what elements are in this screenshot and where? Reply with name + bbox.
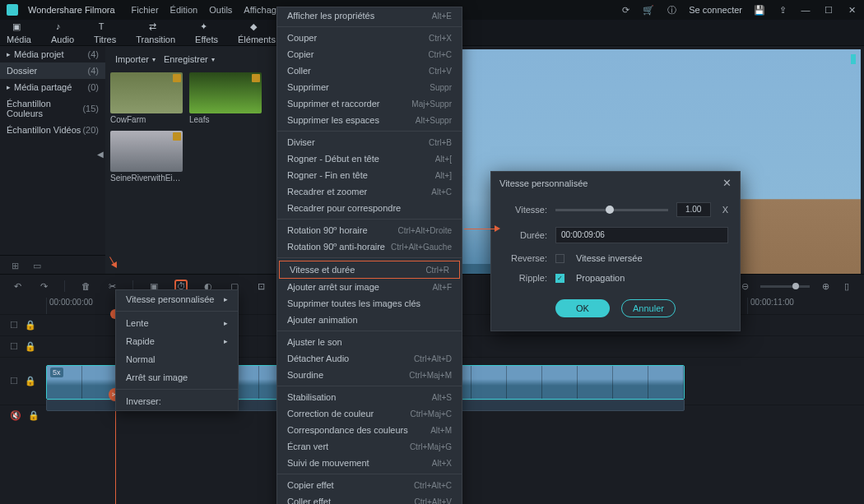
zoom-slider[interactable] bbox=[760, 285, 810, 288]
undo-button[interactable]: ↶ bbox=[12, 280, 23, 292]
audio-track-icon: ☐ bbox=[10, 341, 18, 352]
speed-x-label: X bbox=[722, 205, 728, 215]
lock-icon[interactable]: 🔒 bbox=[25, 341, 36, 352]
ripple-checkbox[interactable]: ✓ bbox=[555, 274, 564, 283]
ripple-label: Ripple: bbox=[503, 273, 547, 283]
new-folder-icon[interactable]: ⊞ bbox=[12, 261, 21, 270]
motion-button[interactable]: ⊡ bbox=[255, 280, 267, 292]
media-thumb[interactable]: CowFarm bbox=[110, 72, 183, 124]
menu-item[interactable]: Rotation 90º anti-horaireCtrl+Alt+Gauche bbox=[277, 238, 462, 255]
ok-button[interactable]: OK bbox=[555, 299, 610, 317]
menu-item[interactable]: Recadrer et zoomerAlt+C bbox=[277, 183, 462, 200]
dialog-close-icon[interactable]: ✕ bbox=[722, 177, 732, 189]
menu-item[interactable]: Correction de couleurCtrl+Maj+C bbox=[277, 405, 462, 422]
speed-menu-item[interactable]: Inverser: bbox=[116, 392, 238, 410]
cancel-button[interactable]: Annuler bbox=[621, 299, 676, 317]
menu-item: Supprimer toutes les images clés bbox=[277, 295, 462, 312]
menu-item[interactable]: Ajuster le son bbox=[277, 334, 462, 350]
menu-item[interactable]: CouperCtrl+X bbox=[277, 30, 462, 46]
menu-item[interactable]: CollerCtrl+V bbox=[277, 62, 462, 79]
info-icon[interactable]: ⓘ bbox=[666, 4, 677, 16]
context-menu: Afficher les propriétésAlt+ECouperCtrl+X… bbox=[276, 7, 462, 504]
redo-button[interactable]: ↷ bbox=[38, 280, 49, 292]
zoom-in-icon[interactable]: ⊕ bbox=[820, 280, 831, 292]
reverse-label: Reverse: bbox=[503, 253, 547, 263]
lock-icon[interactable]: 🔒 bbox=[25, 376, 36, 386]
custom-speed-dialog: Vitesse personnalisée ✕ Vitesse: 1.00 X … bbox=[490, 171, 741, 331]
project-média-partagé[interactable]: ▸Média partagé(0) bbox=[0, 79, 105, 95]
project-échantillon-couleurs[interactable]: Échantillon Couleurs(15) bbox=[0, 95, 105, 122]
app-name: Wondershare Filmora bbox=[28, 5, 115, 15]
delete-button[interactable]: 🗑 bbox=[80, 280, 91, 292]
tab-effets[interactable]: ✦Effets bbox=[195, 21, 218, 44]
menu-item[interactable]: Rogner - Début en têteAlt+[ bbox=[277, 150, 462, 167]
video-track-icon: ☐ bbox=[10, 376, 18, 386]
fit-icon[interactable]: ▯ bbox=[841, 280, 852, 292]
maximize-icon[interactable]: ☐ bbox=[823, 4, 834, 16]
minimize-icon[interactable]: — bbox=[800, 4, 811, 16]
menu-item[interactable]: Afficher les propriétésAlt+E bbox=[277, 7, 462, 24]
menu-item[interactable]: Rotation 90º horaireCtrl+Alt+Droite bbox=[277, 222, 462, 238]
tab-media[interactable]: ▣Média bbox=[7, 21, 31, 44]
ripple-text: Propagation bbox=[576, 273, 625, 283]
menu-item[interactable]: Ajouter arrêt sur imageAlt+F bbox=[277, 279, 462, 295]
menu-item[interactable]: Recadrer pour correspondre bbox=[277, 200, 462, 216]
speed-menu-item[interactable]: Vitesse personnalisée▸ bbox=[116, 290, 238, 308]
menu-item[interactable]: SupprimerSuppr bbox=[277, 79, 462, 95]
speed-menu-item[interactable]: Normal bbox=[116, 350, 238, 368]
menu-édition[interactable]: Édition bbox=[170, 5, 198, 15]
save-icon[interactable]: 💾 bbox=[754, 4, 765, 16]
tab-titres[interactable]: TTitres bbox=[94, 21, 116, 44]
menu-item[interactable]: Détacher AudioCtrl+Alt+D bbox=[277, 350, 462, 367]
mute-icon[interactable]: 🔇 bbox=[10, 410, 21, 421]
record-dropdown[interactable]: Enregistrer ▾ bbox=[164, 54, 215, 64]
annotation-arrow bbox=[464, 229, 499, 229]
lock-icon[interactable]: 🔒 bbox=[25, 320, 36, 331]
menu-item[interactable]: StabilisationAlt+S bbox=[277, 389, 462, 405]
tab-transition[interactable]: ⇄Transition bbox=[136, 21, 175, 44]
folder-icon[interactable]: ▭ bbox=[33, 261, 43, 270]
speed-menu-item[interactable]: Arrêt sur image bbox=[116, 368, 238, 386]
project-média-projet[interactable]: ▸Média projet(4) bbox=[0, 46, 105, 62]
menu-item[interactable]: Ajouter animation bbox=[277, 312, 462, 328]
menu-item[interactable]: Supprimer et raccorderMaj+Suppr bbox=[277, 95, 462, 112]
collapse-chevron-icon[interactable]: ◀ bbox=[97, 150, 104, 159]
clip-speed-tag: 5x bbox=[50, 368, 63, 377]
menu-item[interactable]: SourdineCtrl+Maj+M bbox=[277, 367, 462, 383]
signin-link[interactable]: Se connecter bbox=[689, 5, 742, 15]
reverse-checkbox[interactable] bbox=[555, 254, 564, 263]
cart-icon[interactable]: 🛒 bbox=[643, 4, 654, 16]
speed-slider[interactable] bbox=[555, 209, 668, 211]
menu-item[interactable]: CopierCtrl+C bbox=[277, 46, 462, 62]
menu-item: Supprimer les espacesAlt+Suppr bbox=[277, 112, 462, 128]
speed-label: Vitesse: bbox=[503, 205, 547, 215]
menu-item[interactable]: Rogner - Fin en têteAlt+] bbox=[277, 167, 462, 183]
menu-item[interactable]: Copier effetCtrl+Alt+C bbox=[277, 477, 462, 493]
duration-label: Durée: bbox=[503, 230, 547, 240]
tab-elements[interactable]: ◆Éléments bbox=[238, 21, 276, 44]
ruler-tick: 00:00:11:00 bbox=[747, 298, 864, 314]
menu-fichier[interactable]: Fichier bbox=[132, 5, 159, 15]
menu-item: Coller effetCtrl+Alt+V bbox=[277, 493, 462, 504]
project-dossier[interactable]: Dossier(4) bbox=[0, 62, 105, 79]
menu-item[interactable]: DiviserCtrl+B bbox=[277, 134, 462, 150]
import-dropdown[interactable]: Importer ▾ bbox=[115, 54, 156, 64]
media-thumb[interactable]: Leafs bbox=[189, 72, 262, 124]
menu-item[interactable]: Vitesse et duréeCtrl+R bbox=[279, 261, 460, 279]
lock-icon[interactable]: 🔒 bbox=[28, 410, 39, 421]
duration-input[interactable]: 00:00:09:06 bbox=[555, 227, 728, 243]
menu-outils[interactable]: Outils bbox=[209, 5, 232, 15]
tab-audio[interactable]: ♪Audio bbox=[51, 21, 74, 44]
speed-value[interactable]: 1.00 bbox=[676, 202, 711, 217]
menu-item[interactable]: Correspondance des couleursAlt+M bbox=[277, 422, 462, 438]
menu-item[interactable]: Écran vertCtrl+Maj+G bbox=[277, 438, 462, 455]
speed-menu-item[interactable]: Lente▸ bbox=[116, 314, 238, 332]
speed-menu-item[interactable]: Rapide▸ bbox=[116, 332, 238, 350]
zoom-out-icon[interactable]: ⊖ bbox=[739, 280, 750, 292]
menu-item[interactable]: Suivi de mouvementAlt+X bbox=[277, 455, 462, 471]
export-icon[interactable]: ⇪ bbox=[777, 4, 788, 16]
project-échantillon-vidéos[interactable]: Échantillon Vidéos(20) bbox=[0, 122, 105, 138]
media-thumb[interactable]: SeineRiverwithEiffelTow... bbox=[110, 131, 183, 183]
refresh-icon[interactable]: ⟳ bbox=[620, 4, 631, 16]
close-icon[interactable]: ✕ bbox=[846, 4, 857, 16]
